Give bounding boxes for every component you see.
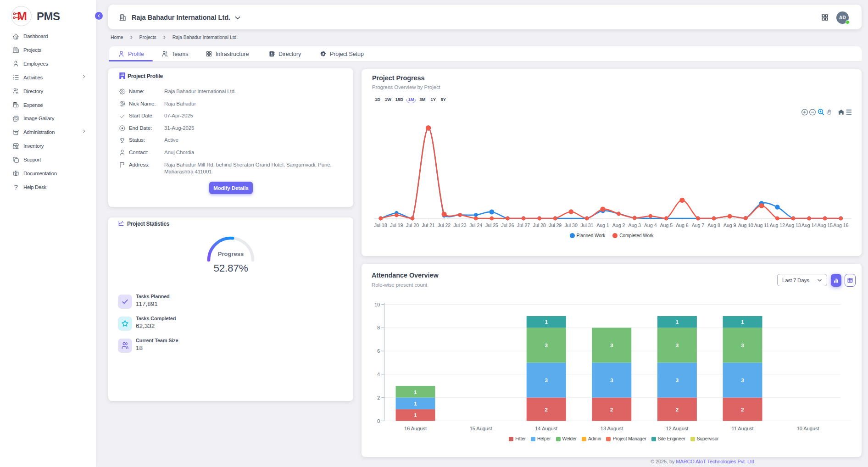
svg-text:16 August: 16 August xyxy=(404,426,427,431)
svg-text:3: 3 xyxy=(676,378,679,383)
svg-text:10: 10 xyxy=(374,302,380,307)
svg-text:3: 3 xyxy=(741,343,744,348)
svg-text:2: 2 xyxy=(545,407,547,412)
svg-text:3: 3 xyxy=(545,378,547,383)
svg-text:4: 4 xyxy=(377,372,380,377)
svg-text:1: 1 xyxy=(545,319,548,325)
svg-text:2: 2 xyxy=(377,395,380,400)
svg-text:3: 3 xyxy=(610,378,613,383)
svg-text:3: 3 xyxy=(741,378,744,383)
svg-text:13 August: 13 August xyxy=(601,426,623,431)
svg-text:10 August: 10 August xyxy=(797,426,819,431)
svg-text:14 August: 14 August xyxy=(535,426,557,431)
svg-text:3: 3 xyxy=(545,343,547,348)
svg-text:2: 2 xyxy=(741,407,744,412)
svg-text:11 August: 11 August xyxy=(731,426,753,431)
svg-text:6: 6 xyxy=(377,348,380,354)
svg-text:3: 3 xyxy=(610,343,613,348)
svg-text:1: 1 xyxy=(414,412,417,418)
svg-text:1: 1 xyxy=(414,389,417,395)
svg-text:2: 2 xyxy=(676,407,679,412)
svg-text:15 August: 15 August xyxy=(470,426,492,431)
svg-text:8: 8 xyxy=(377,325,380,330)
svg-text:1: 1 xyxy=(676,319,679,325)
svg-text:3: 3 xyxy=(676,343,679,348)
svg-text:12 August: 12 August xyxy=(666,426,688,431)
svg-text:1: 1 xyxy=(741,319,744,325)
svg-text:0: 0 xyxy=(377,418,380,424)
svg-text:1: 1 xyxy=(414,401,417,406)
svg-text:2: 2 xyxy=(610,407,613,412)
